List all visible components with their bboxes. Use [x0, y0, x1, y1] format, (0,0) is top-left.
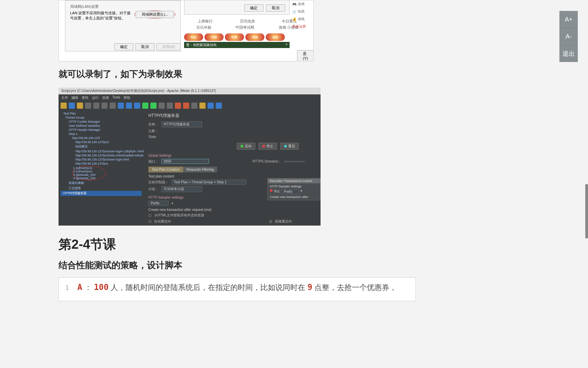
menu-item[interactable]: 文件: [61, 95, 68, 100]
menu-item[interactable]: 选项: [102, 95, 109, 100]
portal-link[interactable]: 百亿补贴: [196, 25, 211, 30]
new-icon[interactable]: [61, 103, 67, 109]
tab-requests-filtering[interactable]: Requests Filtering: [183, 167, 217, 172]
prefix-select[interactable]: Prefix: [148, 201, 169, 206]
cut-icon[interactable]: [93, 103, 99, 109]
paste-icon[interactable]: [110, 103, 116, 109]
start-button[interactable]: 启动: [237, 143, 255, 150]
apply-button[interactable]: 应用(A): [157, 43, 181, 50]
browser-tab-covid[interactable]: 普：别把新冠政治化 ×: [184, 42, 290, 48]
tree-node[interactable]: http://39.98.138.127/pro: [61, 162, 142, 166]
lan-settings-button[interactable]: 局域网设置(L)...: [136, 11, 174, 18]
game-pill[interactable]: 双娃: [184, 33, 203, 41]
portal-link[interactable]: 中国考试网: [235, 25, 254, 30]
search-icon[interactable]: [191, 103, 197, 109]
help-icon[interactable]: [208, 103, 214, 109]
tree-node[interactable]: Thread Group: [61, 116, 142, 120]
tree-node[interactable]: http://39.98.139.127/pro/misc-checkUpdat…: [61, 153, 142, 157]
upper-cancel-button[interactable]: 取消: [266, 4, 285, 12]
recorder-popup-header: Recorder: Transactions Control: [268, 179, 320, 183]
recorder-prefix-select[interactable]: Prefix: [281, 189, 299, 194]
clear-icon[interactable]: [175, 103, 181, 109]
menu-item[interactable]: Tools: [112, 95, 120, 100]
open-icon[interactable]: [77, 103, 83, 109]
stop-icon[interactable]: [159, 103, 165, 109]
code-text-tail: 点整，去抢一个优惠券，: [314, 283, 397, 292]
dropdown-arrow-icon[interactable]: ▾: [172, 201, 173, 205]
menu-item[interactable]: 运行: [92, 95, 99, 100]
lan-settings-button-circled: 局域网设置(L)...: [134, 11, 176, 18]
recorder-newtx-label: Create new transaction after: [270, 195, 318, 199]
dropdown-arrow-icon[interactable]: ▾: [300, 189, 302, 194]
save-icon[interactable]: [85, 103, 91, 109]
font-size-panel: A+ A- 退出: [559, 11, 578, 62]
tree-node[interactable]: 察看结果树: [61, 181, 142, 186]
tree-node[interactable]: http://39.98.139.127/pro/: [61, 140, 142, 144]
sidebar-item[interactable]: 星座运势: [290, 23, 313, 30]
tree-node[interactable]: HTTP Cookie Manager: [61, 120, 142, 124]
menu-item[interactable]: 编辑: [71, 95, 78, 100]
tree-node-selected[interactable]: HTTP代理服务器: [61, 191, 142, 196]
tree-node[interactable]: 响应断言: [61, 144, 142, 149]
tree-node-circled[interactable]: 1 /ydrive/rpc/s 2 /cdrive/rpc/u 3 /gener…: [61, 166, 142, 181]
port-input[interactable]: 8888: [161, 159, 209, 164]
tree-node[interactable]: http://39.98.139.127/pro/user-login.html: [61, 157, 142, 162]
code-token-9: 9: [307, 282, 312, 292]
cancel-button[interactable]: 取消: [135, 43, 154, 50]
menu-item[interactable]: 帮助: [124, 95, 130, 100]
port-label: 端口：: [148, 159, 159, 164]
toggle-icon[interactable]: [134, 103, 140, 109]
checkbox[interactable]: ☐: [148, 220, 151, 224]
sidebar-item[interactable]: 🎮游戏: [290, 0, 313, 8]
grouping-select[interactable]: 不对样本分组: [161, 186, 202, 192]
tree-node[interactable]: Test Plan: [61, 111, 142, 116]
start-icon[interactable]: [142, 103, 148, 109]
tab-test-plan-creation[interactable]: Test Plan Creation: [148, 167, 183, 172]
portal-link[interactable]: 贝壳找房: [240, 19, 255, 24]
test-plan-content-header: Test plan content: [148, 174, 316, 178]
close-icon[interactable]: ×: [285, 43, 288, 46]
recorder-stop-button[interactable]: 停止: [274, 189, 280, 194]
game-pill[interactable]: 附魔: [225, 33, 244, 41]
font-increase-button[interactable]: A+: [559, 11, 578, 28]
restart-button[interactable]: 重启: [280, 143, 299, 150]
tree-node[interactable]: Step 1: [61, 132, 142, 136]
jmeter-tree[interactable]: Test Plan Thread Group HTTP Cookie Manag…: [59, 110, 144, 226]
game-pill[interactable]: 旗舰: [266, 33, 285, 41]
target-controller-select[interactable]: Test Plan > Thread Group > Step 1: [172, 180, 246, 185]
tree-node[interactable]: http://39.98.139.127/pro/user-login-L3By…: [61, 149, 142, 153]
ok-button[interactable]: 确定: [114, 43, 133, 50]
sidebar-item[interactable]: 🛒电商: [290, 8, 313, 15]
template-icon[interactable]: [69, 103, 75, 109]
portal-link[interactable]: 上商银行: [198, 19, 213, 24]
menu-item[interactable]: 查找: [82, 95, 88, 100]
tree-node[interactable]: 汇总报告: [61, 186, 142, 191]
checkbox[interactable]: ☐: [148, 214, 151, 217]
https-domains-input[interactable]: [284, 161, 305, 162]
tree-node[interactable]: User Defined Variables: [61, 124, 142, 128]
game-pill[interactable]: 神器: [205, 33, 224, 41]
cart-icon: 🛒: [292, 10, 296, 14]
restart-icon: [284, 145, 287, 148]
play-icon: [241, 145, 243, 148]
tree-node[interactable]: http://39.98.139.127/: [61, 136, 142, 140]
tree-node[interactable]: HTTP Header Manager: [61, 128, 142, 132]
template2-icon[interactable]: [216, 103, 222, 109]
function-icon[interactable]: [199, 103, 206, 109]
stop-button[interactable]: 停止: [259, 143, 277, 150]
start-no-pause-icon[interactable]: [150, 103, 157, 109]
checkbox-checked[interactable]: ☑: [269, 220, 272, 224]
yes-button[interactable]: 是(Y): [297, 50, 314, 61]
font-decrease-button[interactable]: A-: [559, 28, 578, 45]
exit-button[interactable]: 退出: [559, 45, 578, 62]
page-scrollbar[interactable]: [585, 184, 588, 239]
copy-icon[interactable]: [101, 103, 108, 109]
shutdown-icon[interactable]: [167, 103, 173, 109]
game-pill[interactable]: 宠物: [245, 33, 264, 41]
minus-icon[interactable]: [126, 103, 132, 109]
sidebar-item[interactable]: 💰借钱: [290, 15, 313, 23]
upper-ok-button[interactable]: 确定: [244, 4, 263, 12]
plus-icon[interactable]: [118, 103, 124, 109]
clear-all-icon[interactable]: [183, 103, 189, 109]
name-input[interactable]: HTTP代理服务器: [161, 121, 202, 127]
